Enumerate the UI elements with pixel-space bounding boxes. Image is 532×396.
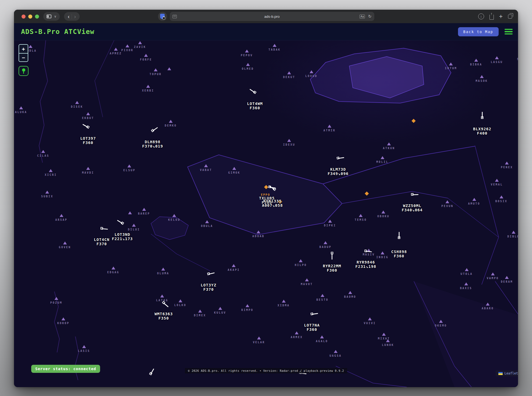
waypoint-label: DEKUT: [283, 76, 295, 79]
pin-tool-button[interactable]: [19, 66, 29, 76]
waypoint-triangle-icon: [299, 259, 303, 262]
aircraft-icon: [398, 236, 400, 239]
datablock-callsign: LOT4CN: [94, 237, 110, 242]
datablock-altitude: F370: [94, 242, 110, 246]
menu-hamburger-icon[interactable]: [505, 29, 514, 35]
waypoint-somov: SOMOV: [517, 53, 518, 61]
downloads-button[interactable]: ↓: [478, 13, 484, 19]
waypoint-label: XIDMA: [277, 304, 290, 307]
waypoint-intum: INTUM: [445, 62, 457, 70]
waypoint-triangle-icon: [320, 335, 324, 338]
copyright-footer: © 2026 ADS-B.pro. All rights reserved. •…: [185, 368, 347, 373]
waypoint-triangle: [128, 211, 132, 214]
waypoint-mavot: MAVOT: [301, 278, 313, 286]
back-to-map-button[interactable]: Back to Map: [458, 27, 499, 36]
waypoint-label: FORFE: [140, 58, 152, 61]
waypoint-tadak: TADAK: [269, 44, 281, 51]
zoom-window-button[interactable]: [35, 15, 39, 19]
waypoint-triangle-icon: [146, 85, 150, 88]
datablock-altitude: F370↘019: [142, 144, 163, 148]
waypoint-xerbi: XERBI: [142, 85, 154, 92]
waypoint-triangle-icon: [495, 56, 499, 59]
waypoint-dilui: DILUI: [128, 224, 140, 231]
waypoint-triangle-icon: [218, 307, 222, 310]
waypoint-aluka: ALUKA: [15, 106, 27, 114]
new-tab-button[interactable]: +: [499, 14, 503, 19]
waypoint-triangle-icon: [232, 167, 236, 170]
waypoint-akapi: AKAPI: [228, 264, 240, 271]
datablock: LOT4CNF370: [94, 237, 110, 246]
datablock-altitude: F400: [473, 131, 491, 135]
datablock-callsign: BLX9262: [473, 127, 491, 131]
waypoint-label: KOROP: [57, 322, 69, 325]
waypoint-label: PEPOV: [241, 54, 253, 57]
url-text: ads-b.pro: [170, 15, 374, 19]
waypoint-label: HILPO: [295, 264, 307, 267]
chevron-down-icon: ∨: [54, 15, 57, 18]
waypoint-label: OBULA: [201, 225, 213, 227]
sidebar-toggle-button[interactable]: ∨: [43, 12, 60, 21]
waypoint-label: PEVUN: [441, 205, 453, 208]
waypoint-label: XICRI: [45, 173, 57, 176]
waypoint-cilas: CILAS: [37, 150, 49, 157]
datablock-altitude: F360: [80, 141, 96, 145]
waypoint-xicri: XICRI: [45, 169, 57, 176]
leaflet-attribution[interactable]: Leaflet: [496, 370, 518, 376]
waypoint-triangle-icon: [160, 295, 164, 297]
waypoint-temso: TEMSO: [355, 214, 367, 221]
waypoint-triangle-icon: [359, 214, 363, 217]
waypoint-triangle-icon: [154, 68, 157, 71]
address-bar[interactable]: ads-b.pro Aa ↻: [170, 12, 374, 21]
back-button[interactable]: ‹: [66, 13, 72, 20]
zoom-out-button[interactable]: −: [19, 53, 28, 61]
aircraft-icon: [311, 313, 313, 315]
aircraft-icon: [337, 157, 339, 159]
waypoint-triangle-icon: [246, 63, 250, 66]
aircraft-icon: [331, 252, 333, 254]
waypoint-label: TADAK: [269, 48, 281, 51]
tab-overview-button[interactable]: [508, 15, 512, 19]
waypoint-label: SUBIX: [41, 195, 53, 198]
waypoint-triangle: [167, 67, 171, 70]
waypoint-gimok: GIMOK: [228, 167, 240, 174]
radar-map-canvas[interactable]: BODLAZAVIKPIXORAPMEZFORFETADAKPEPOVOLMED…: [14, 40, 518, 387]
extension-shield-button[interactable]: [158, 12, 167, 21]
waypoint-label: GOVEN: [59, 246, 71, 249]
waypoint-label: ABARO: [482, 307, 494, 310]
waypoint-triangle-icon: [19, 106, 23, 109]
forward-button[interactable]: ›: [72, 13, 78, 20]
waypoint-label: GIMOK: [228, 171, 240, 174]
datablock-callsign: DLH898: [142, 140, 163, 144]
traffic-lights: [22, 15, 39, 19]
datablock-callsign: RYR22MM: [323, 264, 341, 268]
waypoint-okemo: OKEMO: [435, 320, 447, 327]
share-button[interactable]: [489, 15, 494, 20]
waypoint-vampo: VAMPO: [487, 272, 499, 280]
leaflet-link[interactable]: Leaflet: [504, 372, 518, 375]
datablock-altitude: F350: [154, 316, 173, 320]
waypoint-triangle-icon: [327, 125, 331, 128]
waypoint-badup: BADUP: [319, 241, 332, 248]
waypoint-pevun: PEVUN: [441, 200, 453, 208]
waypoint-triangle-icon: [142, 208, 146, 211]
header-actions: Back to Map: [458, 27, 514, 36]
waypoint-mixat: MIXAT: [378, 333, 390, 340]
waypoint-penex: PENEX: [501, 162, 513, 169]
waypoint-obula: OBULA: [201, 220, 213, 227]
zoom-in-button[interactable]: +: [19, 45, 28, 53]
waypoint-elsup: ELSUP: [123, 164, 135, 172]
waypoint-triangle-icon: [86, 167, 90, 170]
aircraft-icon: [411, 193, 413, 195]
waypoint-label: DEMKO: [165, 124, 177, 127]
server-status-badge: Server status: connected: [31, 365, 100, 373]
waypoint-triangle-icon: [282, 300, 286, 303]
waypoint-label: PIXOR: [121, 49, 133, 52]
waypoint-label: BOSIX: [495, 200, 508, 203]
waypoint-goven: GOVEN: [59, 241, 71, 249]
datablock: LOT3YZF370: [201, 283, 216, 292]
minimize-window-button[interactable]: [28, 15, 32, 19]
datablock: BLX9262F400: [473, 127, 491, 135]
waypoint-triangle-icon: [446, 200, 449, 203]
waypoint-label: TEMSO: [355, 218, 367, 221]
close-window-button[interactable]: [22, 15, 26, 19]
